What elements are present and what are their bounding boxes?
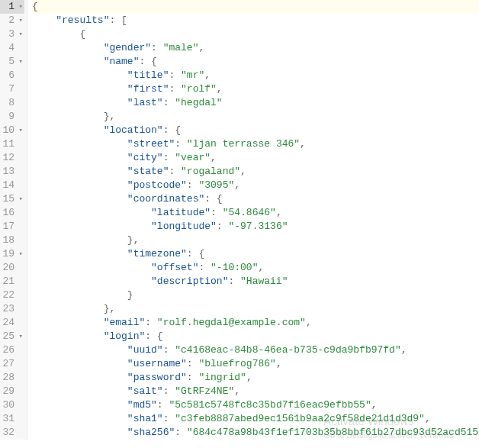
json-punct: : { xyxy=(187,248,204,259)
json-key: "location" xyxy=(104,124,163,136)
code-line: "coordinates": { xyxy=(32,192,479,206)
line-number[interactable]: 4 xyxy=(0,41,24,55)
line-number[interactable]: 13 xyxy=(0,165,24,179)
fold-toggle-icon[interactable]: ▾ xyxy=(17,192,23,206)
fold-toggle-icon[interactable]: ▾ xyxy=(17,330,23,343)
line-number[interactable]: 11 xyxy=(0,137,24,151)
line-number[interactable]: 28 xyxy=(0,371,24,385)
fold-toggle-icon[interactable]: ▾ xyxy=(17,124,23,137)
line-number[interactable]: 7 xyxy=(0,82,24,96)
line-number[interactable]: 2▾ xyxy=(0,14,24,27)
line-number-text: 27 xyxy=(2,357,14,371)
code-line: { xyxy=(32,27,479,41)
line-number[interactable]: 3▾ xyxy=(0,27,24,41)
json-punct: : xyxy=(169,69,181,81)
json-key: "coordinates" xyxy=(127,193,204,205)
json-punct: , xyxy=(306,317,312,328)
json-punct: : xyxy=(163,97,175,108)
line-number-text: 2 xyxy=(8,14,14,27)
fold-toggle-icon[interactable]: ▾ xyxy=(17,55,23,69)
json-string: "-97.3136" xyxy=(228,221,288,232)
line-number[interactable]: 17 xyxy=(0,220,24,234)
json-string: "c4168eac-84b8-46ea-b735-c9da9bfb97fd" xyxy=(175,344,400,356)
line-number[interactable]: 27 xyxy=(0,357,24,371)
json-string: "3095" xyxy=(198,179,234,191)
line-number-text: 26 xyxy=(2,343,14,357)
json-string: "male" xyxy=(163,42,199,53)
line-number[interactable]: 9 xyxy=(0,110,24,124)
line-number-text: 3 xyxy=(8,27,14,41)
json-key: "offset" xyxy=(151,262,198,273)
json-punct: , xyxy=(217,83,223,95)
code-content[interactable]: { "results": [ { "gender": "male", "name… xyxy=(27,0,479,440)
json-string: "rolf.hegdal@example.com" xyxy=(157,317,306,328)
line-number-text: 11 xyxy=(2,137,14,151)
json-punct: : { xyxy=(145,330,162,342)
code-line: "username": "bluefrog786", xyxy=(32,357,479,371)
line-number[interactable]: 23 xyxy=(0,302,24,316)
code-line: "salt": "GtRFz4NE", xyxy=(32,385,479,398)
fold-toggle-icon[interactable]: ▾ xyxy=(17,247,23,261)
line-number[interactable]: 5▾ xyxy=(0,55,24,69)
json-punct: : xyxy=(187,358,199,369)
code-line: "sha1": "c3feb8887abed9ec1561b9aa2c9f58d… xyxy=(32,412,479,426)
json-string: "ljan terrasse 346" xyxy=(187,138,300,150)
line-number[interactable]: 29 xyxy=(0,385,24,398)
fold-toggle-icon[interactable]: ▾ xyxy=(17,27,23,41)
json-punct: : xyxy=(175,427,187,438)
code-line: { xyxy=(32,0,479,14)
line-number[interactable]: 14 xyxy=(0,179,24,192)
code-line: "street": "ljan terrasse 346", xyxy=(32,137,479,151)
line-number[interactable]: 15▾ xyxy=(0,192,24,206)
line-number[interactable]: 22 xyxy=(0,288,24,302)
line-number-text: 6 xyxy=(8,69,14,82)
line-number-text: 16 xyxy=(2,206,14,220)
code-line: }, xyxy=(32,110,479,124)
line-number[interactable]: 1▾ xyxy=(0,0,24,14)
line-number[interactable]: 31 xyxy=(0,412,24,426)
line-number[interactable]: 24 xyxy=(0,316,24,330)
code-line: "name": { xyxy=(32,55,479,69)
code-line: "email": "rolf.hegdal@example.com", xyxy=(32,316,479,330)
json-key: "md5" xyxy=(127,399,157,411)
line-number[interactable]: 6 xyxy=(0,69,24,82)
code-line: "description": "Hawaii" xyxy=(32,275,479,288)
json-punct: , xyxy=(198,42,204,53)
line-number[interactable]: 26 xyxy=(0,343,24,357)
fold-toggle-icon[interactable]: ▾ xyxy=(17,0,23,14)
code-line: }, xyxy=(32,302,479,316)
line-number[interactable]: 16 xyxy=(0,206,24,220)
json-key: "state" xyxy=(127,166,169,177)
line-number[interactable]: 21 xyxy=(0,275,24,288)
line-number[interactable]: 8 xyxy=(0,96,24,110)
json-punct: : xyxy=(211,207,223,218)
json-punct: , xyxy=(246,372,252,383)
line-number-text: 9 xyxy=(8,110,14,124)
line-number[interactable]: 32 xyxy=(0,426,24,440)
line-number-text: 10 xyxy=(2,124,14,137)
line-number-text: 24 xyxy=(2,316,14,330)
line-number[interactable]: 10▾ xyxy=(0,124,24,137)
line-number-text: 15 xyxy=(2,192,14,206)
line-number[interactable]: 25▾ xyxy=(0,330,24,343)
line-number[interactable]: 20 xyxy=(0,261,24,275)
line-number-text: 23 xyxy=(2,302,14,316)
line-number[interactable]: 19▾ xyxy=(0,247,24,261)
line-number[interactable]: 12 xyxy=(0,151,24,165)
line-number-text: 18 xyxy=(2,234,14,247)
fold-toggle-icon[interactable]: ▾ xyxy=(17,14,23,27)
line-number-text: 25 xyxy=(2,330,14,343)
json-punct: } xyxy=(127,289,133,301)
json-key: "city" xyxy=(127,152,163,163)
code-line: "latitude": "54.8646", xyxy=(32,206,479,220)
json-punct: : xyxy=(217,221,229,232)
json-punct: }, xyxy=(127,234,140,246)
code-line: } xyxy=(32,288,479,302)
json-string: "54.8646" xyxy=(223,207,276,218)
line-number[interactable]: 30 xyxy=(0,398,24,412)
json-key: "timezone" xyxy=(127,248,187,259)
line-number[interactable]: 18 xyxy=(0,234,24,247)
json-key: "gender" xyxy=(104,42,151,53)
json-string: "hegdal" xyxy=(175,97,222,108)
json-punct: : xyxy=(151,42,163,53)
